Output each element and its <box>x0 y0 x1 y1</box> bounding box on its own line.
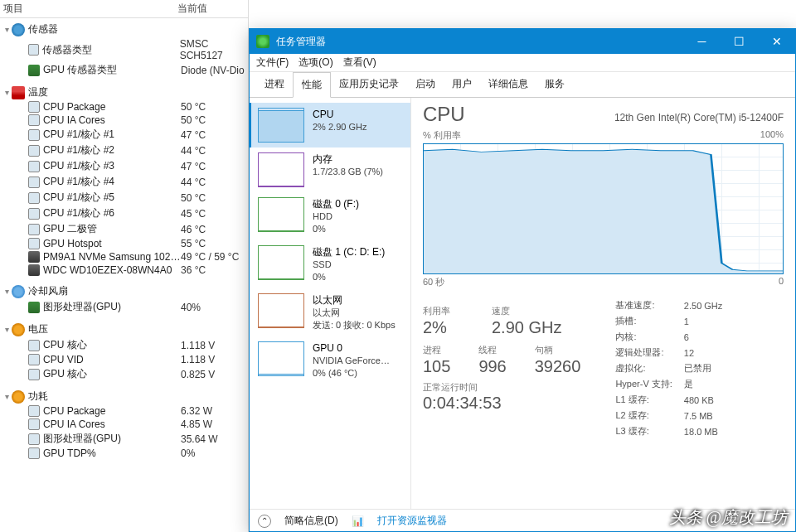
tab-services[interactable]: 服务 <box>536 72 573 97</box>
icon-power <box>12 390 25 404</box>
tree-leaf[interactable]: CPU IA Cores50 °C <box>0 114 248 127</box>
cpu-chart[interactable] <box>423 143 784 274</box>
tree-leaf[interactable]: GPU 核心0.825 V <box>0 366 248 382</box>
sidebar-item[interactable]: CPU2% 2.90 GHz <box>250 103 410 148</box>
tab-apphistory[interactable]: 应用历史记录 <box>331 72 407 97</box>
icon-chip <box>28 238 40 249</box>
close-button[interactable]: ✕ <box>758 29 795 54</box>
tree-leaf[interactable]: GPU 传感器类型Diode (NV-Dio <box>0 62 248 78</box>
cpu-details-table: 基准速度:2.50 GHz插槽:1内核:6逻辑处理器:12虚拟化:已禁用Hype… <box>614 297 734 440</box>
icon-disk <box>28 251 40 263</box>
icon-chip <box>28 224 40 235</box>
tab-users[interactable]: 用户 <box>444 72 480 97</box>
speed-label: 速度 <box>492 305 561 317</box>
icon-chip <box>28 447 40 459</box>
window-title: 任务管理器 <box>276 35 326 49</box>
tree-leaf[interactable]: CPU #1/核心 #550 °C <box>0 190 248 206</box>
detail-row: 基准速度:2.50 GHz <box>615 298 732 312</box>
tree-leaf[interactable]: PM9A1 NVMe Samsung 102…49 °C / 59 °C <box>0 250 248 264</box>
tree-leaf[interactable]: WDC WD10EZEX-08WN4A036 °C <box>0 264 248 277</box>
menu-file[interactable]: 文件(F) <box>256 56 289 70</box>
icon-chip <box>28 369 40 380</box>
tree-group[interactable]: ▾温度 <box>0 85 248 100</box>
maximize-button[interactable]: ☐ <box>721 29 758 54</box>
open-resmon-link[interactable]: 打开资源监视器 <box>377 514 447 528</box>
handle-value: 39260 <box>535 356 581 376</box>
column-headers: 项目 当前值 <box>0 0 248 18</box>
tree-leaf[interactable]: 传感器类型SMSC SCH5127 <box>0 37 248 62</box>
resource-title: CPU <box>423 103 465 126</box>
icon-chip <box>28 405 40 417</box>
tab-details[interactable]: 详细信息 <box>480 72 536 97</box>
icon-chip <box>28 208 40 220</box>
tree-leaf[interactable]: CPU 核心1.118 V <box>0 337 248 353</box>
tree-leaf[interactable]: CPU #1/核心 #444 °C <box>0 174 248 190</box>
chart-x-left: 60 秒 <box>423 276 444 288</box>
icon-fan <box>12 285 25 298</box>
thread-label: 线程 <box>478 344 506 356</box>
tab-performance[interactable]: 性能 <box>293 72 331 98</box>
menubar: 文件(F) 选项(O) 查看(V) <box>250 54 795 72</box>
menu-view[interactable]: 查看(V) <box>343 56 376 70</box>
icon-gpu <box>28 65 40 76</box>
sidebar-item[interactable]: 以太网以太网发送: 0 接收: 0 Kbps <box>250 288 410 336</box>
header-item: 项目 <box>3 2 177 16</box>
tree-leaf[interactable]: CPU #1/核心 #347 °C <box>0 158 248 174</box>
icon-sensor <box>12 23 25 36</box>
sidebar-item[interactable]: 内存1.7/23.8 GB (7%) <box>250 148 410 192</box>
tree-leaf[interactable]: 图形处理器(GPU)35.64 W <box>0 431 248 447</box>
icon-gpu <box>28 302 40 313</box>
proc-value: 105 <box>423 356 450 376</box>
tree-leaf[interactable]: 图形处理器(GPU)40% <box>0 299 248 315</box>
tree-group[interactable]: ▾电压 <box>0 322 248 337</box>
header-value: 当前值 <box>177 2 245 16</box>
watermark: 头条 @魔改工坊 <box>669 506 788 529</box>
performance-main: CPU 12th Gen Intel(R) Core(TM) i5-12400F… <box>411 98 795 509</box>
task-manager-window: 任务管理器 ─ ☐ ✕ 文件(F) 选项(O) 查看(V) 进程 性能 应用历史… <box>249 28 796 532</box>
icon-chip <box>28 433 40 445</box>
uptime-label: 正常运行时间 <box>423 381 580 394</box>
icon-chip <box>28 177 40 188</box>
tab-processes[interactable]: 进程 <box>256 72 293 97</box>
tree-leaf[interactable]: CPU Package6.32 W <box>0 404 248 418</box>
sidebar-item[interactable]: GPU 0NVIDIA GeForce…0% (46 °C) <box>250 336 410 384</box>
performance-sidebar: CPU2% 2.90 GHz内存1.7/23.8 GB (7%)磁盘 0 (F:… <box>250 98 411 509</box>
tab-startup[interactable]: 启动 <box>407 72 444 97</box>
speed-value: 2.90 GHz <box>492 317 561 337</box>
tree-leaf[interactable]: CPU IA Cores4.85 W <box>0 418 248 431</box>
icon-chip <box>28 129 40 141</box>
icon-chip <box>28 354 40 365</box>
tree-leaf[interactable]: GPU 二极管46 °C <box>0 221 248 237</box>
brief-info-button[interactable]: 简略信息(D) <box>284 514 338 528</box>
app-icon <box>256 35 269 48</box>
proc-label: 进程 <box>423 344 450 356</box>
tree-leaf[interactable]: CPU VID1.118 V <box>0 353 248 366</box>
titlebar[interactable]: 任务管理器 ─ ☐ ✕ <box>250 29 795 54</box>
icon-chip <box>28 418 40 430</box>
tree-leaf[interactable]: CPU #1/核心 #244 °C <box>0 143 248 158</box>
minimize-button[interactable]: ─ <box>683 29 721 54</box>
collapse-icon[interactable]: ⌃ <box>258 515 271 528</box>
icon-chip <box>28 145 40 157</box>
tree-leaf[interactable]: CPU #1/核心 #645 °C <box>0 206 248 221</box>
tree-leaf[interactable]: GPU Hotspot55 °C <box>0 237 248 250</box>
sidebar-item[interactable]: 磁盘 1 (C: D: E:)SSD0% <box>250 240 410 288</box>
tree-leaf[interactable]: GPU TDP%0% <box>0 447 248 460</box>
icon-chip <box>28 192 40 204</box>
menu-options[interactable]: 选项(O) <box>298 56 332 70</box>
util-label: 利用率 <box>423 305 450 317</box>
detail-row: 内核:6 <box>615 330 732 344</box>
tree-leaf[interactable]: CPU Package50 °C <box>0 100 248 114</box>
icon-volt <box>12 323 25 336</box>
icon-chip <box>28 340 40 351</box>
detail-row: L1 缓存:480 KB <box>615 393 732 407</box>
tree-leaf[interactable]: CPU #1/核心 #147 °C <box>0 127 248 143</box>
icon-chip <box>28 161 40 172</box>
tree-group[interactable]: ▾冷却风扇 <box>0 283 248 299</box>
tree-group[interactable]: ▾功耗 <box>0 389 248 404</box>
detail-row: Hyper-V 支持:是 <box>615 377 732 391</box>
detail-row: 插槽:1 <box>615 314 732 328</box>
chart-x-right: 0 <box>779 276 784 288</box>
sidebar-item[interactable]: 磁盘 0 (F:)HDD0% <box>250 192 410 240</box>
tree-group[interactable]: ▾传感器 <box>0 22 248 37</box>
